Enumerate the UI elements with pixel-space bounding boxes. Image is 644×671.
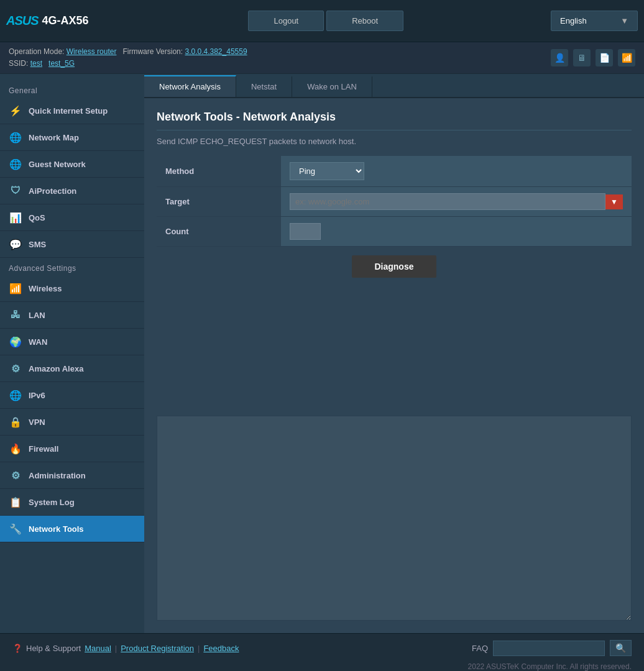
footer-links: ❓ Help & Support Manual | Product Regist… (12, 644, 239, 653)
operation-mode-label: Operation Mode: (9, 47, 64, 56)
sidebar-item-label: VPN (29, 418, 45, 427)
language-label: English (560, 16, 587, 25)
sidebar-item-label: System Log (29, 498, 75, 507)
sidebar-item-lan[interactable]: 🖧 LAN (0, 302, 144, 329)
logo-area: ASUS 4G-AX56 (6, 14, 89, 28)
ssid-value-1[interactable]: test (30, 59, 42, 68)
firewall-icon: 🔥 (9, 442, 22, 455)
sidebar: General ⚡ Quick Internet Setup 🌐 Network… (0, 74, 144, 633)
diagnose-btn-row: Diagnose (157, 247, 632, 286)
language-arrow: ▼ (620, 16, 628, 25)
sidebar-item-wireless[interactable]: 📶 Wireless (0, 275, 144, 302)
tab-wake-on-lan[interactable]: Wake on LAN (292, 76, 372, 97)
faq-search-button[interactable]: 🔍 (610, 640, 632, 656)
qis-icon: ⚡ (9, 104, 22, 117)
info-bar: Operation Mode: Wireless router Firmware… (0, 42, 644, 74)
faq-label: FAQ (472, 644, 488, 653)
diagnose-button[interactable]: Diagnose (352, 255, 436, 278)
target-dropdown-button[interactable]: ▼ (605, 194, 623, 209)
content-area: Network Analysis Netstat Wake on LAN Net… (144, 74, 644, 633)
output-area[interactable] (157, 416, 632, 621)
method-row: Method Ping Traceroute NSLookup (157, 156, 632, 187)
qos-icon: 📊 (9, 211, 22, 224)
sidebar-item-firewall[interactable]: 🔥 Firewall (0, 436, 144, 462)
tools-icon: 🔧 (9, 522, 22, 536)
sms-icon: 💬 (9, 237, 22, 251)
page-title: Network Tools - Network Analysis (157, 111, 632, 130)
sidebar-item-vpn[interactable]: 🔒 VPN (0, 409, 144, 436)
ipv6-icon: 🌐 (9, 388, 22, 402)
reboot-button[interactable]: Reboot (326, 11, 403, 31)
sidebar-item-label: Quick Internet Setup (29, 106, 108, 116)
sidebar-item-qos[interactable]: 📊 QoS (0, 204, 144, 231)
sidebar-item-label: QoS (29, 213, 45, 222)
count-cell (281, 217, 632, 247)
count-label: Count (157, 217, 281, 247)
main-layout: General ⚡ Quick Internet Setup 🌐 Network… (0, 74, 644, 633)
count-input[interactable] (290, 223, 321, 240)
sidebar-item-label: IPv6 (29, 391, 45, 400)
subtitle: Send ICMP ECHO_REQUEST packets to networ… (157, 137, 632, 146)
sidebar-item-guest-network[interactable]: 🌐 Guest Network (0, 151, 144, 178)
wifi-icon: 📶 (9, 281, 22, 295)
help-icon: ❓ (12, 644, 22, 653)
person-icon[interactable]: 👤 (551, 49, 568, 66)
faq-input[interactable] (493, 641, 605, 656)
sidebar-item-ipv6[interactable]: 🌐 IPv6 (0, 382, 144, 409)
sidebar-item-system-log[interactable]: 📋 System Log (0, 489, 144, 516)
info-icons: 👤 🖥 📄 📶 (551, 49, 635, 66)
method-cell: Ping Traceroute NSLookup (281, 156, 632, 187)
sidebar-item-label: Network Map (29, 133, 79, 142)
monitor-icon[interactable]: 🖥 (573, 49, 591, 66)
sidebar-item-label: Firewall (29, 444, 58, 454)
sidebar-item-aiprotection[interactable]: 🛡 AiProtection (0, 178, 144, 204)
tab-bar: Network Analysis Netstat Wake on LAN (144, 74, 644, 98)
method-select[interactable]: Ping Traceroute NSLookup (290, 162, 364, 180)
target-wrapper: ▼ (290, 193, 623, 210)
ssid-label: SSID: (9, 59, 28, 68)
admin-icon: ⚙ (9, 468, 22, 482)
method-label: Method (157, 156, 281, 187)
top-nav-buttons: Logout Reboot (101, 11, 551, 31)
count-row: Count (157, 217, 632, 247)
shield-icon: 🛡 (9, 184, 22, 198)
info-bar-left: Operation Mode: Wireless router Firmware… (9, 46, 247, 70)
globe-icon: 🌐 (9, 130, 22, 144)
ssid-value-2[interactable]: test_5G (48, 59, 75, 68)
target-label: Target (157, 187, 281, 217)
target-row: Target ▼ (157, 187, 632, 217)
feedback-link[interactable]: Feedback (203, 644, 239, 653)
sidebar-item-wan[interactable]: 🌍 WAN (0, 329, 144, 355)
sidebar-item-network-tools[interactable]: 🔧 Network Tools (0, 516, 144, 542)
sidebar-item-label: Administration (29, 471, 86, 480)
alexa-icon: ⚙ (9, 362, 22, 375)
vpn-icon: 🔒 (9, 415, 22, 429)
logo-text: ASUS (6, 14, 39, 28)
target-cell: ▼ (281, 187, 632, 217)
product-registration-link[interactable]: Product Registration (121, 644, 194, 653)
sidebar-item-administration[interactable]: ⚙ Administration (0, 462, 144, 489)
sidebar-item-quick-internet-setup[interactable]: ⚡ Quick Internet Setup (0, 98, 144, 124)
signal-icon[interactable]: 📶 (618, 49, 635, 66)
target-input[interactable] (290, 193, 605, 210)
firmware-value[interactable]: 3.0.0.4.382_45559 (185, 47, 247, 56)
lan-icon: 🖧 (9, 308, 22, 322)
tab-network-analysis[interactable]: Network Analysis (144, 75, 236, 97)
manual-link[interactable]: Manual (85, 644, 111, 653)
log-icon: 📋 (9, 495, 22, 509)
form-table: Method Ping Traceroute NSLookup Target (157, 156, 632, 247)
sidebar-item-sms[interactable]: 💬 SMS (0, 231, 144, 258)
wan-icon: 🌍 (9, 335, 22, 349)
operation-mode-value[interactable]: Wireless router (67, 47, 117, 56)
doc-icon[interactable]: 📄 (596, 49, 613, 66)
tab-netstat[interactable]: Netstat (236, 76, 292, 97)
footer-top: ❓ Help & Support Manual | Product Regist… (12, 640, 632, 660)
sidebar-item-amazon-alexa[interactable]: ⚙ Amazon Alexa (0, 355, 144, 382)
sidebar-item-label: Amazon Alexa (29, 364, 83, 373)
sidebar-item-label: LAN (29, 311, 45, 320)
sidebar-item-label: AiProtection (29, 186, 76, 196)
sidebar-item-network-map[interactable]: 🌐 Network Map (0, 124, 144, 151)
language-selector[interactable]: English ▼ (551, 11, 638, 31)
logout-button[interactable]: Logout (248, 11, 324, 31)
guest-icon: 🌐 (9, 157, 22, 171)
